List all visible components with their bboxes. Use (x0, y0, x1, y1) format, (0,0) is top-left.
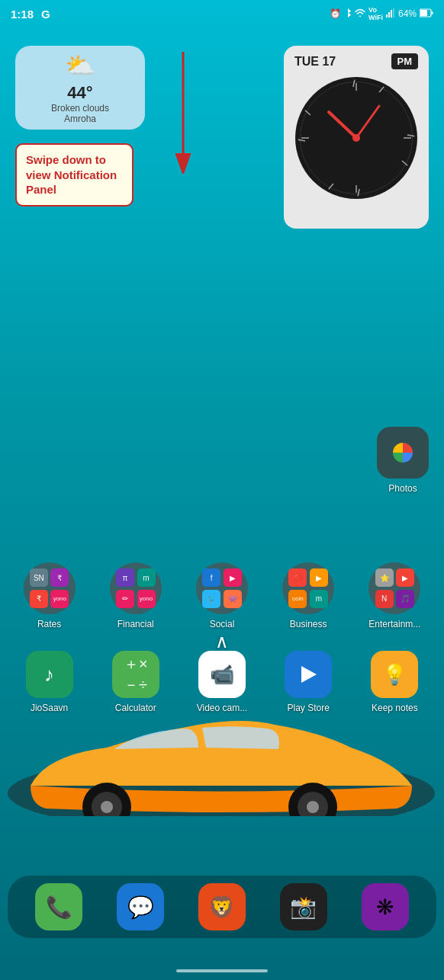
calculator-icon[interactable]: ＋×－÷ (112, 651, 159, 698)
financial-folder-icon[interactable]: π m ✏ yono (110, 562, 162, 614)
status-left: 1:18 G (11, 8, 50, 21)
dock-messages[interactable]: 💬 (117, 883, 164, 930)
svg-rect-5 (432, 11, 433, 14)
swipe-hint-box: Swipe down to view Notification Panel (15, 143, 134, 207)
dock-brave[interactable]: 🦁 (198, 883, 246, 930)
app-keepnotes[interactable]: 💡 Keep notes (360, 651, 429, 713)
battery-text: 64% (398, 8, 417, 19)
keepnotes-label: Keep notes (372, 703, 418, 713)
calculator-label: Calculator (115, 703, 156, 713)
playstore-icon[interactable] (285, 651, 332, 698)
swipe-arrow (160, 52, 206, 177)
social-label: Social (210, 619, 235, 629)
business-label: Business (290, 619, 327, 629)
clock-face (295, 77, 417, 199)
svg-line-21 (329, 112, 356, 138)
svg-line-18 (327, 184, 334, 189)
videocam-icon[interactable]: 📹 (198, 651, 246, 698)
clock-date: TUE 17 (294, 55, 336, 69)
playstore-label: Play Store (287, 703, 329, 713)
svg-point-27 (101, 801, 113, 813)
alarm-icon: ⏰ (330, 8, 341, 19)
rates-folder-icon[interactable]: SN ₹ ₹ yono (24, 562, 76, 614)
dock: 📞 💬 🦁 📸 ❋ (8, 876, 436, 938)
svg-point-23 (352, 134, 360, 142)
apps-row: ♪ JioSaavn ＋×－÷ Calculator 📹 Video cam..… (0, 651, 444, 713)
svg-line-16 (402, 159, 407, 166)
folder-social[interactable]: f ▶ 🐦 👾 Social (188, 562, 256, 629)
svg-line-22 (356, 106, 379, 138)
camera-icon[interactable]: 📸 (280, 883, 327, 930)
app-playstore[interactable]: Play Store (274, 651, 343, 713)
videocam-label: Video cam... (197, 703, 247, 713)
wifi-icon (355, 8, 365, 19)
weather-description: Broken clouds (51, 103, 109, 114)
jiosaavn-icon[interactable]: ♪ (26, 651, 73, 698)
drawer-handle-icon[interactable]: ∧ (215, 631, 229, 652)
svg-rect-0 (386, 14, 388, 18)
dock-app5[interactable]: ❋ (362, 883, 409, 930)
financial-label: Financial (117, 619, 154, 629)
svg-rect-1 (388, 12, 390, 18)
messages-icon[interactable]: 💬 (117, 883, 164, 930)
weather-widget[interactable]: ⛅ 44° Broken clouds Amroha (15, 46, 145, 130)
jiosaavn-label: JioSaavn (31, 703, 68, 713)
signal-icon (386, 8, 395, 20)
weather-cloud-icon: ⛅ (65, 51, 95, 80)
status-right: ⏰ VoWiFi 64% (330, 6, 433, 21)
photos-app[interactable]: Photos (377, 427, 429, 494)
folder-financial[interactable]: π m ✏ yono Financial (101, 562, 170, 629)
phone-icon[interactable]: 📞 (35, 883, 82, 930)
folder-rates[interactable]: SN ₹ ₹ yono Rates (15, 562, 84, 629)
clock-header: TUE 17 PM (284, 46, 429, 74)
google-icon: G (41, 8, 50, 21)
folders-row: SN ₹ ₹ yono Rates π m ✏ yono Financial f… (0, 562, 444, 629)
app5-icon[interactable]: ❋ (362, 883, 409, 930)
folder-entertainment[interactable]: ⭐ ▶ N 🎵 Entertainm... (360, 562, 429, 629)
svg-rect-2 (391, 10, 392, 18)
clock-widget[interactable]: TUE 17 PM (284, 46, 429, 229)
svg-line-20 (305, 109, 310, 116)
dock-camera[interactable]: 📸 (280, 883, 327, 930)
svg-rect-6 (420, 10, 427, 16)
photos-icon[interactable] (377, 427, 429, 479)
svg-rect-3 (393, 8, 394, 18)
battery-icon (420, 8, 433, 20)
entertainment-folder-icon[interactable]: ⭐ ▶ N 🎵 (368, 562, 420, 614)
business-folder-icon[interactable]: 🔴 ▶ coin m (282, 562, 334, 614)
keepnotes-icon[interactable]: 💡 (371, 651, 418, 698)
home-indicator (176, 969, 268, 972)
status-time: 1:18 (11, 8, 34, 21)
app-jiosaavn[interactable]: ♪ JioSaavn (15, 651, 84, 713)
weather-location: Amroha (64, 114, 96, 124)
drawer-handle[interactable]: ∧ (215, 631, 229, 652)
brave-icon[interactable]: 🦁 (198, 883, 246, 930)
clock-ampm: PM (391, 53, 419, 69)
weather-temperature: 44° (67, 83, 92, 103)
app-videocam[interactable]: 📹 Video cam... (188, 651, 256, 713)
bluetooth-icon (344, 8, 352, 21)
svg-line-14 (378, 87, 384, 92)
volte-icon: VoWiFi (368, 6, 383, 21)
swipe-hint-text: Swipe down to view Notification Panel (26, 153, 117, 196)
dock-phone[interactable]: 📞 (35, 883, 82, 930)
svg-point-30 (307, 801, 319, 813)
social-folder-icon[interactable]: f ▶ 🐦 👾 (196, 562, 248, 614)
rates-label: Rates (37, 619, 61, 629)
app-calculator[interactable]: ＋×－÷ Calculator (101, 651, 170, 713)
folder-business[interactable]: 🔴 ▶ coin m Business (274, 562, 343, 629)
status-bar: 1:18 G ⏰ VoWiFi (0, 0, 444, 27)
entertainment-label: Entertainm... (368, 619, 420, 629)
photos-label: Photos (388, 483, 417, 494)
